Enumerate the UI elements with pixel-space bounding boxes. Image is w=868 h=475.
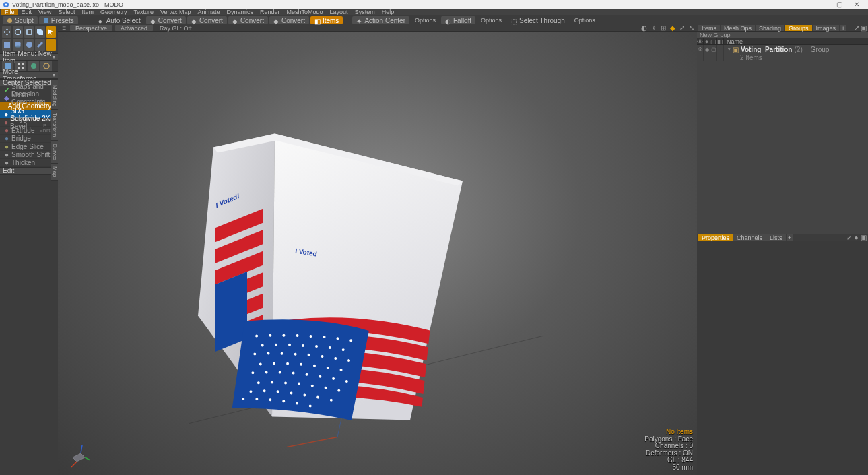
options-button-1[interactable]: Options [411,16,440,24]
item-menu-header[interactable]: Item Menu: New Item▾ [0,53,58,61]
col-lock-icon[interactable]: ● [704,38,710,45]
view-icon-2[interactable]: ✧ [650,25,657,31]
tool-select[interactable] [46,26,56,38]
props-expand-icon[interactable]: ⤢ [846,234,852,241]
col-vis-icon[interactable]: 👁 [697,38,704,45]
options-button-3[interactable]: Options [570,16,599,24]
convert-icon: ◆ [232,18,238,24]
view-icon-3[interactable]: ⊞ [660,25,666,31]
props-dot-icon[interactable]: ● [853,234,859,241]
col-name[interactable]: Name [724,38,868,45]
maximize-button[interactable]: ▢ [830,0,848,9]
props-close-icon[interactable]: ▣ [861,234,867,241]
close-button[interactable]: ✕ [848,0,865,9]
ray-gl-label[interactable]: Ray GL: Off [156,25,195,32]
menu-view[interactable]: View [35,9,55,15]
sculpt-button[interactable]: Sculpt [3,16,38,24]
falloff-icon: ◐ [445,18,451,24]
tool-scale[interactable] [24,26,34,38]
tab-shading[interactable]: Shading [756,25,784,31]
tool-cube[interactable] [2,39,11,51]
tool-cylinder[interactable] [13,39,22,51]
menu-system[interactable]: System [352,9,378,15]
view-advanced-tab[interactable]: Advanced [115,25,153,31]
view-icon-4[interactable]: ◆ [669,25,675,31]
select-through-button[interactable]: ⬚Select Through [507,16,569,24]
edit-header[interactable]: Edit▾ [0,167,58,175]
options-button-2[interactable]: Options [477,16,506,24]
select-through-icon: ⬚ [511,18,517,24]
mesh-icon: ◆ [4,96,9,101]
menu-texture[interactable]: Texture [130,9,157,15]
menu-dynamics[interactable]: Dynamics [224,9,257,15]
tab-properties[interactable]: Properties [698,234,733,241]
tab-add[interactable]: + [840,25,846,31]
mesh-constraints-item[interactable]: ◆Mesh Constraints [0,94,58,102]
geom-bridge[interactable]: ●Bridge [0,135,58,143]
tab-lists[interactable]: Lists [766,234,786,241]
geom-extrude[interactable]: ●ExtrudeShift X [0,127,58,135]
falloff-button[interactable]: ◐Falloff [441,16,475,24]
tool-rotate[interactable] [13,26,22,38]
items-button[interactable]: ◧Items [310,16,343,24]
tab-images[interactable]: Images [813,25,840,31]
tool-sphere[interactable] [24,39,34,51]
convert-icon: ◆ [273,18,279,24]
menu-help[interactable]: Help [378,9,398,15]
svg-line-22 [287,437,337,447]
tool-more[interactable] [46,39,56,51]
menu-meshtomodo[interactable]: MeshToModo [283,9,327,15]
geom-bevel[interactable]: ●Polygon BevelShift B [0,119,58,127]
convert-button-1[interactable]: ◆Convert [146,16,186,24]
menu-geometry[interactable]: Geometry [97,9,131,15]
tab-items[interactable]: Items [698,25,720,31]
col-color-icon[interactable]: ◧ [717,38,724,45]
menu-vertex-map[interactable]: Vertex Map [157,9,195,15]
new-group-button[interactable]: New Group [697,32,868,38]
convert-button-2[interactable]: ◆Convert [187,16,227,24]
tree-root-row[interactable]: 👁◆▢ ▾ ▣ Voting_Partition (2) - Group [697,45,868,53]
view-icon-6[interactable]: ⤡ [688,25,694,31]
3d-viewport[interactable]: I Voted! I Voted [58,32,697,475]
panel-close-icon[interactable]: ▣ [861,25,867,31]
tool-transform[interactable] [35,26,44,38]
tree-child-label: 2 Items [740,54,762,61]
dot-icon: ● [4,128,9,133]
tab-groups[interactable]: Groups [785,25,812,31]
menu-item[interactable]: Item [78,9,97,15]
view-icon-5[interactable]: ⤢ [679,25,685,31]
geom-thicken[interactable]: ●Thicken [0,159,58,167]
view-perspective-tab[interactable]: Perspective [70,25,112,31]
view-icon-1[interactable]: ◐ [641,25,647,31]
auto-select-button[interactable]: ●Auto Select [94,16,145,24]
convert-icon: ◆ [150,18,156,24]
convert-button-3[interactable]: ◆Convert [228,16,268,24]
properties-area [697,241,868,475]
tab-channels[interactable]: Channels [733,234,766,241]
dot-icon: ● [4,160,9,166]
more-transforms-header[interactable]: More Transforms▾ [0,71,58,79]
stats-gl: GL : 844 [644,457,693,464]
action-center-button[interactable]: ✦Action Center [352,16,409,24]
convert-button-4[interactable]: ◆Convert [269,16,309,24]
geom-smooth-shift[interactable]: ●Smooth Shift [0,151,58,159]
tree-child-row[interactable]: 2 Items [697,53,868,61]
tool-move[interactable] [2,26,11,38]
col-sel-icon[interactable]: ▢ [710,38,717,45]
presets-button[interactable]: Presets [39,16,78,24]
panel-expand-icon[interactable]: ⤢ [853,25,859,31]
menu-file[interactable]: File [1,9,18,15]
sculpt-icon [7,18,13,24]
tool-plane[interactable] [35,39,44,51]
viewport-menu-icon[interactable]: ≡ [61,25,67,31]
tab-props-add[interactable]: + [787,234,793,241]
menu-animate[interactable]: Animate [194,9,223,15]
tab-mesh-ops[interactable]: Mesh Ops [721,25,755,31]
axis-gizmo[interactable] [65,441,92,468]
menu-edit[interactable]: Edit [18,9,36,15]
menu-select[interactable]: Select [55,9,78,15]
minimize-button[interactable]: — [813,0,830,9]
menu-render[interactable]: Render [257,9,283,15]
menu-layout[interactable]: Layout [327,9,352,15]
geom-edge-slice[interactable]: ●Edge Slice [0,143,58,151]
